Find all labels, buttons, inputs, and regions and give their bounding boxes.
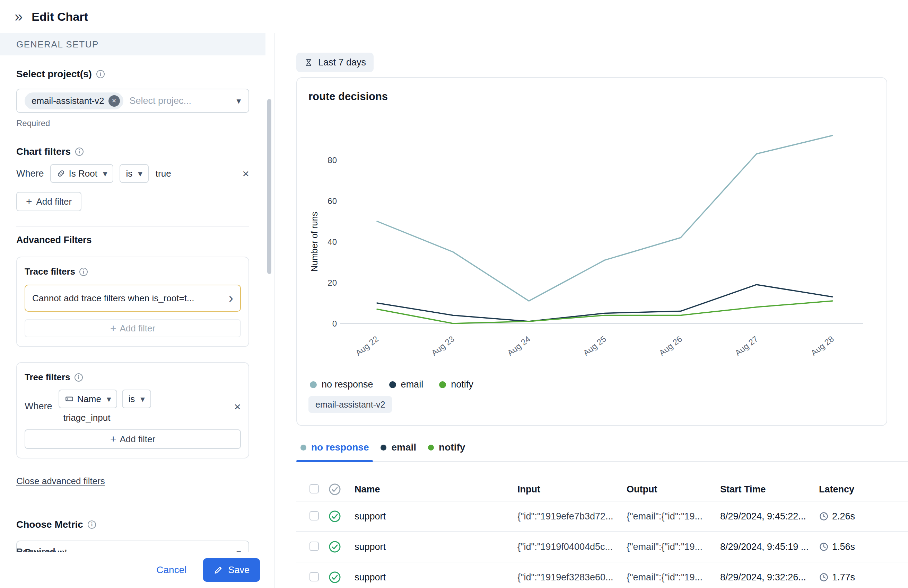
add-filter-label: Add filter [119, 323, 155, 334]
cell-latency: 1.56s [811, 541, 908, 552]
tree-filter-value[interactable]: triage_input [63, 413, 151, 423]
row-checkbox[interactable] [309, 541, 319, 551]
legend-label: email [401, 379, 423, 390]
table-row[interactable]: support {"id":"1919efe7b3d72... {"email"… [296, 501, 908, 532]
cell-name: support [347, 511, 510, 522]
info-icon: i [75, 148, 84, 156]
clock-icon [819, 511, 829, 521]
add-filter-label: Add filter [36, 196, 72, 207]
warning-text: Cannot add trace filters when is_root=t.… [32, 293, 195, 304]
trace-filters-warning[interactable]: Cannot add trace filters when is_root=t.… [24, 284, 241, 312]
chart-legend: no response email notify [308, 379, 875, 390]
trace-add-filter-button[interactable]: + Add filter [24, 319, 241, 337]
chevron-down-icon: ▾ [138, 169, 142, 179]
add-filter-label: Add filter [119, 434, 155, 445]
select-all-checkbox[interactable] [309, 484, 319, 493]
info-icon: i [97, 70, 105, 78]
save-button[interactable]: Save [203, 558, 260, 582]
tree-filter-field-value: Name [77, 394, 101, 405]
tab-email[interactable]: email [377, 440, 420, 461]
trace-filters-label: Trace filters [24, 266, 75, 277]
trace-filters-card: Trace filters i Cannot add trace filters… [16, 257, 249, 347]
table-row[interactable]: support {"id":"1919ef3283e60... {"email"… [296, 562, 908, 588]
table-header-row: Name Input Output Start Time Latency [296, 478, 908, 501]
series-tabs: no response email notify [296, 440, 908, 462]
latency-value: 1.77s [832, 572, 855, 583]
tab-label: email [391, 442, 416, 453]
project-tag: email-assistant-v2 [308, 396, 392, 413]
svg-text:Aug 27: Aug 27 [733, 334, 760, 358]
legend-label: no response [322, 379, 373, 390]
row-checkbox[interactable] [309, 511, 319, 521]
tab-no-response[interactable]: no response [296, 440, 373, 461]
remove-filter-icon[interactable]: × [234, 401, 241, 413]
plus-icon: + [26, 196, 32, 207]
cell-latency: 1.77s [811, 572, 908, 583]
chevron-down-icon: ▾ [140, 394, 145, 404]
collapse-panel-icon[interactable]: » [14, 10, 23, 23]
chart-card: route decisions 020406080Aug 22Aug 23Aug… [296, 77, 887, 426]
app-header: » Edit Chart [0, 0, 908, 33]
tree-filters-card: Tree filters i Where Name ▾ is ▾ [16, 362, 249, 458]
advanced-filters-title: Advanced Filters [16, 235, 249, 246]
svg-text:Aug 28: Aug 28 [809, 334, 836, 358]
latency-value: 2.26s [832, 511, 855, 522]
legend-label: notify [451, 379, 473, 390]
legend-item: notify [439, 379, 473, 390]
svg-text:80: 80 [327, 156, 337, 165]
cancel-button[interactable]: Cancel [150, 560, 193, 580]
filter-operator-value: is [126, 168, 132, 179]
tree-filter-field-select[interactable]: Name ▾ [59, 390, 118, 408]
cell-start-time: 8/29/2024, 9:32:26... [713, 572, 811, 583]
legend-dot [310, 381, 317, 388]
column-header-name: Name [347, 484, 510, 495]
hourglass-icon [304, 58, 313, 67]
tree-add-filter-button[interactable]: + Add filter [24, 429, 241, 449]
cell-name: support [347, 541, 510, 552]
remove-project-icon[interactable]: × [108, 95, 120, 107]
plus-icon: + [110, 434, 116, 444]
pencil-icon [214, 565, 223, 575]
close-advanced-filters-link[interactable]: Close advanced filters [16, 476, 105, 487]
choose-metric-label: Choose Metric [16, 519, 83, 530]
tab-dot [428, 445, 434, 450]
svg-text:Aug 24: Aug 24 [506, 334, 532, 358]
edit-chart-panel: GENERAL SETUP Select project(s) i email-… [0, 33, 266, 588]
filter-operator-select[interactable]: is ▾ [119, 164, 148, 183]
sidebar-scrollbar[interactable] [267, 99, 271, 274]
tab-notify[interactable]: notify [424, 440, 469, 461]
chevron-right-icon: › [229, 292, 233, 305]
column-header-input: Input [510, 484, 619, 495]
legend-dot [439, 381, 446, 388]
tab-label: notify [439, 442, 465, 453]
svg-text:Number of runs: Number of runs [309, 212, 319, 272]
info-icon: i [88, 521, 96, 529]
project-select[interactable]: email-assistant-v2 × Select projec... ▾ [16, 88, 249, 113]
chevron-down-icon[interactable]: ▾ [237, 96, 241, 106]
svg-text:40: 40 [327, 237, 337, 247]
tree-filter-operator-select[interactable]: is ▾ [122, 390, 151, 408]
time-range-chip[interactable]: Last 7 days [296, 53, 374, 72]
page-title: Edit Chart [32, 10, 88, 24]
chart-filter-row: Where Is Root ▾ is ▾ true × [16, 164, 249, 183]
filter-field-select[interactable]: Is Root ▾ [50, 164, 114, 183]
clock-icon [819, 572, 829, 582]
legend-item: no response [310, 379, 373, 390]
table-row[interactable]: support {"id":"1919f04004d5c... {"email"… [296, 532, 908, 562]
section-general-setup: GENERAL SETUP [0, 33, 266, 55]
required-hint: Required [16, 119, 249, 128]
add-filter-button[interactable]: + Add filter [16, 192, 81, 211]
remove-filter-icon[interactable]: × [242, 168, 249, 179]
selected-project-chip: email-assistant-v2 × [24, 92, 123, 109]
line-chart: 020406080Aug 22Aug 23Aug 24Aug 25Aug 26A… [308, 112, 873, 375]
filter-value[interactable]: true [156, 168, 171, 179]
time-range-label: Last 7 days [318, 57, 366, 68]
cell-input: {"id":"1919f04004d5c... [510, 541, 619, 552]
cell-output: {"email":{"id":"19... [619, 541, 713, 552]
svg-text:0: 0 [332, 319, 337, 328]
svg-text:60: 60 [327, 196, 337, 206]
filter-field-value: Is Root [69, 168, 97, 179]
selected-project-label: email-assistant-v2 [32, 96, 104, 106]
tree-filters-label: Tree filters [24, 372, 70, 382]
row-checkbox[interactable] [309, 572, 319, 582]
